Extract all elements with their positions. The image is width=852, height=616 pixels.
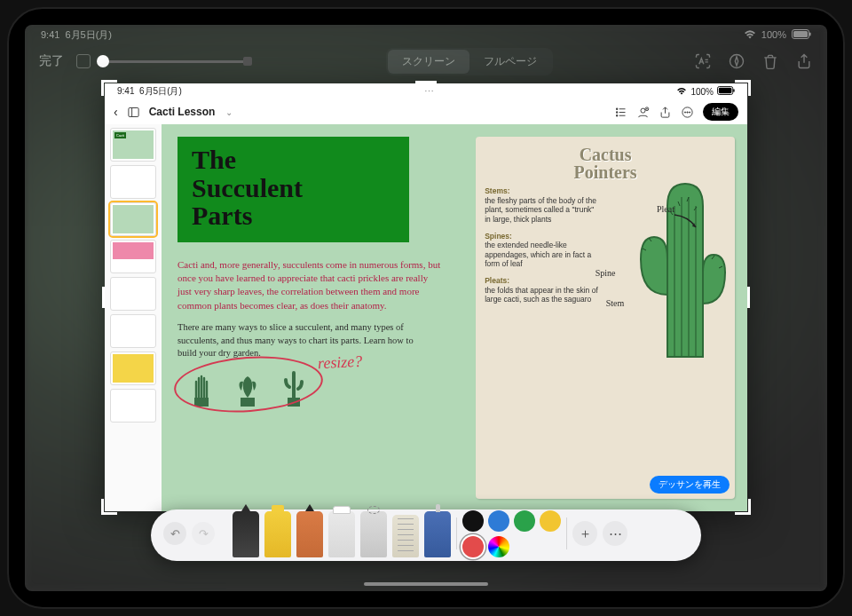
pages-toolbar: ‹ Cacti Lesson ⌄ 編集 [105,99,747,124]
tool-pen[interactable] [233,511,259,557]
opacity-slider[interactable] [103,60,245,63]
inner-date: 6月5日(月) [139,86,182,96]
back-icon[interactable]: ‹ [114,105,118,119]
inner-time: 9:41 [117,86,134,96]
inner-share-icon[interactable] [659,106,672,119]
svg-rect-5 [719,88,732,93]
svg-point-10 [617,115,618,115]
thumb-2[interactable]: 2 [110,165,156,199]
palette-divider-2 [566,517,567,549]
thumb-7[interactable]: 7 [110,351,156,385]
inner-status-bar: 9:41 6月5日(月) ⋯ 100% [105,83,747,99]
plant-icon-3 [279,369,309,408]
ipad-frame: 9:41 6月5日(月) 100% 完了 ス [7,7,845,609]
thumb-6[interactable]: 6 [110,314,156,348]
screenshot-crop-area[interactable]: 9:41 6月5日(月) ⋯ 100% [105,83,747,511]
tool-brush[interactable] [424,511,451,557]
list-icon[interactable] [614,106,627,119]
tool-pencil[interactable] [296,511,323,557]
cactus-pointers-card: Cactus Pointers Stems:the fleshy parts o… [476,137,735,499]
tool-eraser[interactable] [328,511,355,557]
card-definitions: Stems:the fleshy parts of the body of th… [485,186,600,312]
svg-point-14 [684,111,685,112]
svg-point-8 [617,108,618,109]
page-title: The Succulent Parts [178,137,409,242]
svg-point-11 [641,108,645,113]
svg-rect-7 [129,107,138,116]
collab-icon[interactable] [636,106,650,119]
document-title[interactable]: Cacti Lesson [149,106,216,118]
add-button[interactable]: ＋ [572,521,597,546]
swatch-green[interactable] [514,510,535,532]
tool-ruler[interactable] [392,515,419,557]
document-body: 1Cacti 2 3 4 5 6 7 8 The [105,124,747,511]
ipad-screen: 9:41 6月5日(月) 100% 完了 ス [25,25,827,591]
svg-point-15 [687,111,688,112]
swatch-red[interactable] [462,536,484,557]
svg-rect-6 [733,89,734,92]
swatch-color-picker[interactable] [488,536,509,557]
svg-rect-18 [241,398,255,407]
captured-screenshot: 9:41 6月5日(月) ⋯ 100% [105,83,747,511]
edit-button[interactable]: 編集 [703,103,738,121]
slider-end-icon [243,57,252,66]
crop-handle-right[interactable] [747,287,750,308]
svg-point-16 [689,111,690,112]
inner-battery-icon [717,86,735,97]
slider-thumb[interactable] [97,55,109,67]
markup-tool-palette: ↶ ↷ ＋ ⋯ [151,509,701,561]
plant-illustrations: resize? [178,369,467,408]
swatch-blue[interactable] [488,510,509,532]
replay-drawing-button[interactable]: デッサンを再生 [650,476,730,494]
color-swatches [462,510,561,557]
undo-button[interactable]: ↶ [163,522,186,545]
tool-marker[interactable] [264,511,291,557]
second-paragraph: There are many ways to slice a succulent… [178,321,432,360]
inner-battery-pct: 100% [690,87,714,97]
thumb-3[interactable]: 3 [110,202,156,236]
thumb-4[interactable]: 4 [110,240,156,273]
more-icon[interactable] [681,106,694,119]
palette-more-button[interactable]: ⋯ [603,521,627,546]
swatch-yellow[interactable] [540,510,561,532]
thumb-1[interactable]: 1Cacti [110,128,156,162]
annotation-spine: Spine [596,268,616,278]
page-left-column: The Succulent Parts Cacti and, more gene… [178,137,467,499]
plant-icon-2 [233,373,263,408]
home-indicator[interactable] [364,582,488,586]
page-thumbnails[interactable]: 1Cacti 2 3 4 5 6 7 8 [105,124,162,511]
thumb-5[interactable]: 5 [110,277,156,311]
thumb-8[interactable]: 8 [110,389,156,423]
redo-button[interactable]: ↷ [192,522,215,545]
sidebar-icon[interactable] [127,106,140,119]
svg-point-9 [617,111,618,112]
document-page: The Succulent Parts Cacti and, more gene… [162,124,747,511]
tool-lasso[interactable] [360,511,387,557]
intro-paragraph: Cacti and, more generally, succulents co… [178,258,444,313]
annotation-stem: Stem [606,298,625,308]
annotation-text: resize? [317,352,362,374]
inner-wifi-icon [676,87,687,97]
svg-rect-17 [194,398,209,407]
palette-divider [456,517,457,549]
swatch-black[interactable] [462,510,484,532]
cactus-drawing: Pleat Spine Stem [601,186,726,312]
chevron-down-icon[interactable]: ⌄ [225,107,233,117]
plant-icon-1 [186,373,217,408]
annotation-pleat: Pleat [657,204,674,214]
